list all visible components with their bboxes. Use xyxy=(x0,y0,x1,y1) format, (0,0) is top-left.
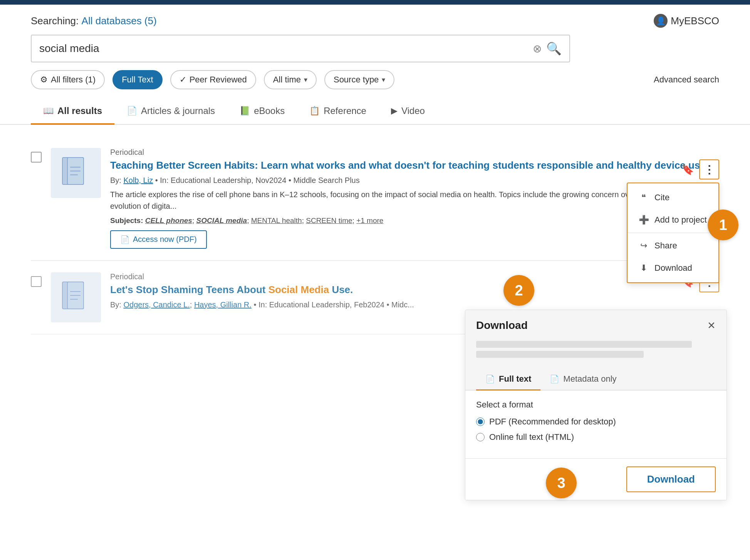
tabs-row: 📖 All results 📄 Articles & journals 📗 eB… xyxy=(0,99,750,125)
full-text-tab-icon: 📄 xyxy=(485,374,495,384)
result-card-1: Periodical Teaching Better Screen Habits… xyxy=(31,136,719,261)
result-1-in: Educational Leadership, Nov2024 xyxy=(171,176,286,184)
full-text-button[interactable]: Full Text xyxy=(112,70,163,89)
access-now-button[interactable]: 📄 Access now (PDF) xyxy=(110,230,207,249)
searching-row: Searching: All databases (5) 👤 MyEBSCO xyxy=(31,14,719,28)
add-to-project-label: Add to project xyxy=(654,215,707,225)
download-panel-tabs: 📄 Full text 📄 Metadata only xyxy=(465,369,727,391)
all-time-chevron-icon: ▾ xyxy=(304,75,307,84)
dropdown-add-to-project[interactable]: ➕ Add to project xyxy=(628,209,718,231)
tab-ebooks-label: eBooks xyxy=(254,106,285,116)
myebsco-icon: 👤 xyxy=(654,14,668,28)
dropdown-download[interactable]: ⬇ Download xyxy=(628,257,718,279)
top-bar xyxy=(0,0,750,5)
add-to-project-icon: ➕ xyxy=(638,215,649,225)
tab-all-results-label: All results xyxy=(57,106,102,116)
html-radio[interactable] xyxy=(476,433,485,441)
subject-mental-health[interactable]: MENTAL health xyxy=(251,216,302,225)
download-panel-title: Download xyxy=(476,319,528,332)
reference-icon: 📋 xyxy=(309,106,320,116)
source-type-chevron-icon: ▾ xyxy=(382,75,385,84)
tab-all-results[interactable]: 📖 All results xyxy=(31,99,114,125)
pdf-option-label: PDF (Recommended for desktop) xyxy=(489,417,616,427)
all-filters-label: All filters (1) xyxy=(51,75,96,85)
header: Searching: All databases (5) 👤 MyEBSCO ⊗… xyxy=(0,5,750,89)
ebooks-icon: 📗 xyxy=(240,106,250,116)
select-format-label: Select a format xyxy=(476,400,716,410)
access-btn-label: Access now (PDF) xyxy=(133,235,197,244)
subject-social-media[interactable]: SOCIAL media xyxy=(196,216,247,225)
download-icon: ⬇ xyxy=(638,263,649,273)
tab-video-label: Video xyxy=(401,106,425,116)
html-option-label: Online full text (HTML) xyxy=(489,432,574,442)
pdf-icon: 📄 xyxy=(120,235,130,244)
full-text-tab-label: Full text xyxy=(499,374,531,384)
title-highlight: Social Media xyxy=(268,284,329,295)
result-1-database: Middle Search Plus xyxy=(293,176,359,184)
filter-icon: ⚙ xyxy=(40,75,48,85)
result-1-actions: 🔖 ⋮ xyxy=(681,159,719,179)
tab-ebooks[interactable]: 📗 eBooks xyxy=(227,99,297,125)
main-content: Periodical Teaching Better Screen Habits… xyxy=(0,125,750,346)
share-icon: ↪ xyxy=(638,241,649,251)
more-options-button[interactable]: ⋮ xyxy=(699,159,719,179)
tab-video[interactable]: ▶ Video xyxy=(379,99,437,125)
advanced-search-link[interactable]: Advanced search xyxy=(654,75,719,85)
all-filters-button[interactable]: ⚙ All filters (1) xyxy=(31,70,105,89)
search-clear-icon[interactable]: ⊗ xyxy=(533,42,542,55)
result-2-author-2[interactable]: Hayes, Gillian R. xyxy=(194,300,252,309)
full-text-label: Full Text xyxy=(122,75,153,85)
annotation-bubble-1: 1 xyxy=(708,210,738,240)
download-panel-close-button[interactable]: ✕ xyxy=(707,320,716,332)
cite-icon: ❝ xyxy=(638,193,649,203)
result-1-checkbox[interactable] xyxy=(31,152,42,163)
dropdown-cite[interactable]: ❝ Cite xyxy=(628,186,718,209)
myebsco-button[interactable]: 👤 MyEBSCO xyxy=(654,14,719,28)
result-1-title[interactable]: Teaching Better Screen Habits: Learn wha… xyxy=(110,159,719,172)
search-go-icon[interactable]: 🔍 xyxy=(546,41,562,56)
dropdown-divider xyxy=(628,233,718,233)
result-2-checkbox[interactable] xyxy=(31,276,42,287)
annotation-3-label: 3 xyxy=(557,475,565,491)
searching-label: Searching: All databases (5) xyxy=(31,15,157,27)
document-icon xyxy=(60,156,91,190)
result-1-type: Periodical xyxy=(110,148,719,157)
metadata-tab-icon: 📄 xyxy=(550,374,559,384)
pdf-radio[interactable] xyxy=(476,417,485,426)
bookmark-button[interactable]: 🔖 xyxy=(681,164,694,176)
all-time-button[interactable]: All time ▾ xyxy=(264,70,317,89)
dropdown-menu: ❝ Cite ➕ Add to project ↪ Share ⬇ Downlo… xyxy=(627,183,719,283)
dropdown-share[interactable]: ↪ Share xyxy=(628,235,718,257)
subject-screen-time[interactable]: SCREEN time xyxy=(306,216,352,225)
share-label: Share xyxy=(654,241,677,251)
download-panel: Download ✕ 📄 Full text 📄 Metadata only S… xyxy=(465,310,727,500)
searching-text: Searching: xyxy=(31,15,79,27)
download-label: Download xyxy=(654,263,692,273)
html-option[interactable]: Online full text (HTML) xyxy=(476,432,716,442)
subjects-label: Subjects: xyxy=(110,216,143,225)
annotation-bubble-3: 3 xyxy=(546,468,577,498)
more-subjects-link[interactable]: +1 more xyxy=(356,216,383,225)
result-1-thumbnail xyxy=(51,148,101,198)
result-1-author[interactable]: Kolb, Liz xyxy=(123,176,153,184)
subject-cell-phones[interactable]: CELL phones xyxy=(145,216,192,225)
download-tab-full-text[interactable]: 📄 Full text xyxy=(476,369,540,391)
articles-journals-icon: 📄 xyxy=(127,106,137,116)
tab-reference[interactable]: 📋 Reference xyxy=(297,99,379,125)
search-input[interactable] xyxy=(39,42,533,55)
source-type-button[interactable]: Source type ▾ xyxy=(324,70,394,89)
databases-link[interactable]: All databases (5) xyxy=(82,15,157,27)
peer-reviewed-button[interactable]: ✓ Peer Reviewed xyxy=(170,70,256,89)
download-action-button[interactable]: Download xyxy=(626,466,716,492)
search-box-row: ⊗ 🔍 xyxy=(31,35,719,62)
download-tab-metadata[interactable]: 📄 Metadata only xyxy=(540,369,626,391)
all-results-icon: 📖 xyxy=(43,106,54,116)
annotation-2-label: 2 xyxy=(515,282,523,299)
pdf-option[interactable]: PDF (Recommended for desktop) xyxy=(476,417,716,427)
tab-articles-journals[interactable]: 📄 Articles & journals xyxy=(114,99,227,125)
result-2-meta: By: Odgers, Candice L.; Hayes, Gillian R… xyxy=(110,300,719,309)
result-2-author-1[interactable]: Odgers, Candice L. xyxy=(123,300,190,309)
result-2-title[interactable]: Let's Stop Shaming Teens About Social Me… xyxy=(110,283,719,297)
search-input-wrapper: ⊗ 🔍 xyxy=(31,35,570,62)
blurred-bar-2 xyxy=(476,351,644,358)
